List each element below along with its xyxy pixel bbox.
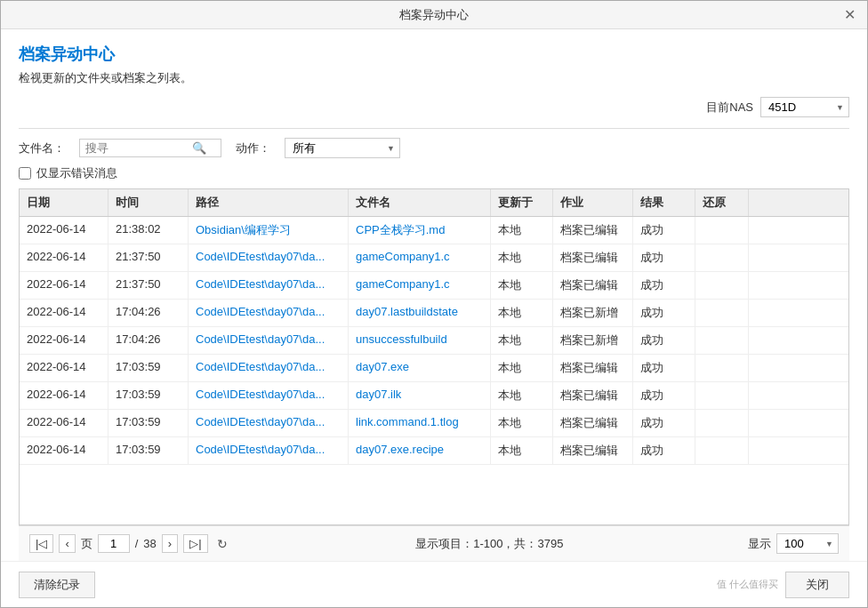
col-header-time: 时间 (108, 189, 189, 216)
pagination-bar: |◁ ‹ 页 / 38 › ▷| ↻ 显示项目：1-100，共：3795 显示 … (19, 525, 849, 561)
cell-result: 成功 (633, 272, 695, 299)
cell-updated: 本地 (491, 244, 553, 271)
prev-page-button[interactable]: ‹ (59, 534, 75, 553)
pagination-info: 显示项目：1-100，共：3795 (237, 536, 743, 552)
cell-updated: 本地 (491, 272, 553, 299)
cell-scroll (749, 327, 763, 354)
first-page-button[interactable]: |◁ (29, 534, 53, 553)
title-bar: 档案异动中心 ✕ (1, 1, 867, 29)
table-container: 日期 时间 路径 文件名 更新于 作业 结果 还原 2022-06-1421:3… (19, 188, 849, 525)
action-select[interactable]: 所有 新增 编辑 删除 (285, 138, 400, 158)
main-window: 档案异动中心 ✕ 档案异动中心 检视更新的文件夹或档案之列表。 目前NAS 45… (0, 0, 868, 608)
table-row: 2022-06-1421:38:02Obsidian\编程学习CPP全栈学习.m… (20, 217, 848, 244)
page-label: 页 (81, 536, 92, 552)
cell-date: 2022-06-14 (20, 355, 108, 381)
cell-result: 成功 (633, 410, 695, 436)
cell-date: 2022-06-14 (20, 272, 108, 299)
cell-path[interactable]: Code\IDEtest\day07\da... (189, 355, 349, 381)
cell-updated: 本地 (491, 355, 553, 381)
cell-date: 2022-06-14 (20, 300, 108, 326)
table-row: 2022-06-1421:37:50Code\IDEtest\day07\da.… (20, 272, 848, 300)
cell-time: 17:04:26 (108, 327, 189, 354)
watermark: 值 什么值得买 (717, 578, 778, 591)
cell-filename[interactable]: day07.lastbuildstate (349, 300, 491, 326)
cell-action: 档案已新增 (553, 300, 633, 326)
table-row: 2022-06-1417:04:26Code\IDEtest\day07\da.… (20, 327, 848, 355)
cell-filename[interactable]: CPP全栈学习.md (349, 217, 491, 244)
close-button[interactable]: 关闭 (785, 572, 849, 598)
cell-path[interactable]: Obsidian\编程学习 (189, 217, 349, 244)
cell-filename[interactable]: link.command.1.tlog (349, 410, 491, 436)
total-pages: 38 (143, 537, 156, 550)
cell-scroll (749, 217, 763, 244)
cell-scroll (749, 382, 763, 409)
cell-updated: 本地 (491, 300, 553, 326)
display-select-wrapper: 50 100 200 500 (776, 533, 839, 554)
cell-filename[interactable]: day07.exe.recipe (349, 437, 491, 464)
display-select[interactable]: 50 100 200 500 (776, 533, 839, 554)
table-row: 2022-06-1421:37:50Code\IDEtest\day07\da.… (20, 244, 848, 272)
cell-action: 档案已编辑 (553, 410, 633, 436)
refresh-icon[interactable]: ↻ (213, 535, 231, 553)
cell-updated: 本地 (491, 410, 553, 436)
cell-path[interactable]: Code\IDEtest\day07\da... (189, 410, 349, 436)
cell-time: 17:03:59 (108, 437, 189, 464)
cell-path[interactable]: Code\IDEtest\day07\da... (189, 382, 349, 409)
cell-restore (695, 272, 749, 299)
cell-path[interactable]: Code\IDEtest\day07\da... (189, 437, 349, 464)
cell-filename[interactable]: day07.exe (349, 355, 491, 381)
cell-action: 档案已编辑 (553, 382, 633, 409)
cell-time: 21:38:02 (108, 217, 189, 244)
cell-path[interactable]: Code\IDEtest\day07\da... (189, 300, 349, 326)
next-page-button[interactable]: › (162, 534, 178, 553)
cell-restore (695, 437, 749, 464)
cell-scroll (749, 272, 763, 299)
page-input[interactable] (98, 534, 130, 553)
cell-action: 档案已编辑 (553, 437, 633, 464)
cell-date: 2022-06-14 (20, 217, 108, 244)
cell-restore (695, 382, 749, 409)
nas-label: 目前NAS (706, 100, 753, 116)
search-input[interactable] (85, 141, 192, 155)
cell-path[interactable]: Code\IDEtest\day07\da... (189, 244, 349, 271)
main-content: 档案异动中心 检视更新的文件夹或档案之列表。 目前NAS 451D 452D 4… (1, 29, 867, 561)
separator (19, 128, 849, 129)
cell-action: 档案已编辑 (553, 355, 633, 381)
cell-action: 档案已编辑 (553, 244, 633, 271)
table-body: 2022-06-1421:38:02Obsidian\编程学习CPP全栈学习.m… (20, 217, 848, 524)
cell-filename[interactable]: gameCompany1.c (349, 272, 491, 299)
page-separator: / (135, 537, 139, 550)
page-title: 档案异动中心 (19, 44, 849, 65)
cell-date: 2022-06-14 (20, 244, 108, 271)
cell-filename[interactable]: gameCompany1.c (349, 244, 491, 271)
clear-records-button[interactable]: 清除纪录 (19, 572, 95, 598)
cell-result: 成功 (633, 300, 695, 326)
cell-date: 2022-06-14 (20, 410, 108, 436)
cell-scroll (749, 300, 763, 326)
search-wrapper: 🔍 (79, 139, 221, 157)
cell-path[interactable]: Code\IDEtest\day07\da... (189, 272, 349, 299)
window-close-button[interactable]: ✕ (840, 6, 858, 24)
col-header-action: 作业 (553, 189, 633, 216)
cell-scroll (749, 410, 763, 436)
col-header-restore: 还原 (695, 189, 749, 216)
cell-result: 成功 (633, 244, 695, 271)
table-row: 2022-06-1417:03:59Code\IDEtest\day07\da.… (20, 410, 848, 437)
nas-row: 目前NAS 451D 452D 453D (19, 97, 849, 117)
cell-restore (695, 300, 749, 326)
last-page-button[interactable]: ▷| (183, 534, 207, 553)
cell-updated: 本地 (491, 382, 553, 409)
table-row: 2022-06-1417:03:59Code\IDEtest\day07\da.… (20, 437, 848, 465)
cell-filename[interactable]: day07.ilk (349, 382, 491, 409)
table-row: 2022-06-1417:03:59Code\IDEtest\day07\da.… (20, 355, 848, 382)
cell-filename[interactable]: unsuccessfulbuild (349, 327, 491, 354)
cell-restore (695, 244, 749, 271)
cell-time: 21:37:50 (108, 272, 189, 299)
action-label: 动作： (236, 140, 270, 156)
cell-path[interactable]: Code\IDEtest\day07\da... (189, 327, 349, 354)
error-checkbox[interactable] (19, 167, 31, 180)
filter-row: 文件名： 🔍 动作： 所有 新增 编辑 删除 (19, 138, 849, 158)
nas-select[interactable]: 451D 452D 453D (760, 97, 849, 117)
col-header-result: 结果 (633, 189, 695, 216)
cell-date: 2022-06-14 (20, 327, 108, 354)
